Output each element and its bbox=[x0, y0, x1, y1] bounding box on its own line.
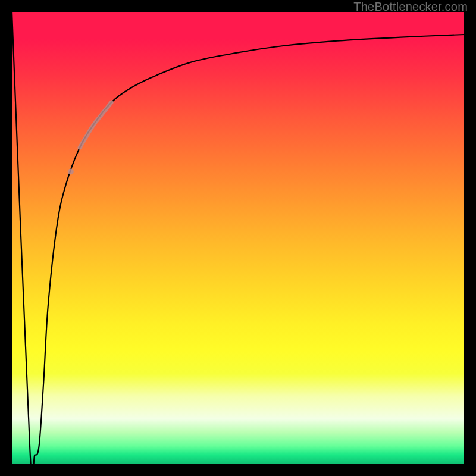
chart-plot-area bbox=[12, 12, 464, 464]
chart-frame: TheBottlenecker.com bbox=[0, 0, 476, 476]
highlight-segment bbox=[80, 102, 111, 148]
bottleneck-curve bbox=[12, 12, 464, 464]
chart-svg bbox=[12, 12, 464, 464]
highlight-dot bbox=[68, 169, 74, 175]
watermark-text: TheBottlenecker.com bbox=[353, 0, 468, 14]
